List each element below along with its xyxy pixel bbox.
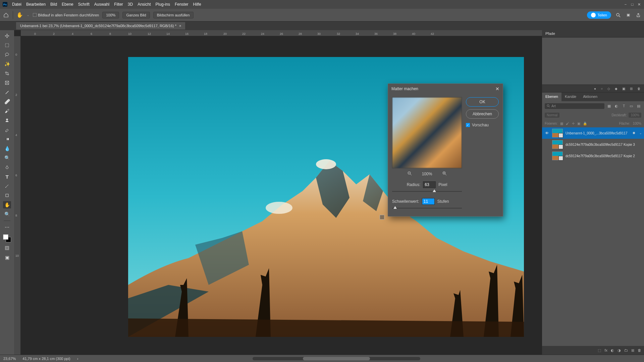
link-layers-icon[interactable]: ⬚ [598,348,601,353]
document-tab[interactable]: Unbenannt-1 bei 23,7% (Unbenannt-1_0000_… [16,22,185,29]
cancel-button[interactable]: Abbrechen [466,109,499,119]
new-path-icon[interactable]: ▣ [622,87,625,90]
group-icon[interactable]: 🗀 [624,348,628,352]
adjustment-icon[interactable]: ◑ [618,348,621,353]
path-tool[interactable] [3,182,11,190]
status-arrow-icon[interactable]: › [77,357,78,361]
zoom-100-button[interactable]: 100% [102,12,119,18]
lasso-tool[interactable] [3,51,11,58]
layer-name[interactable]: dc59124e7f79a08c3bca509fec5d9117 Kopie 2 [566,154,642,158]
new-layer-icon[interactable]: ⊞ [631,348,634,353]
lock-nested-icon[interactable]: ▣ [577,122,580,125]
frame-tool[interactable] [3,79,11,86]
path-mask-icon[interactable]: ◆ [615,87,618,90]
blend-mode-dropdown[interactable]: Normal [545,113,559,118]
ok-button[interactable]: OK [466,97,499,107]
type-tool[interactable]: T [3,173,11,180]
filter-adjust-icon[interactable]: ◐ [614,103,619,109]
menu-filter[interactable]: Filter [114,2,123,7]
tab-ebenen[interactable]: Ebenen [542,93,561,101]
menu-bild[interactable]: Bild [50,2,57,7]
fx-icon[interactable]: fx [604,348,607,352]
pen-tool[interactable] [3,164,11,171]
delete-layer-icon[interactable]: 🗑 [638,348,641,352]
color-swatch[interactable] [3,234,11,242]
blur-tool[interactable]: 💧 [3,145,11,152]
fill-screen-button[interactable]: Bildschirm ausfüllen [153,12,194,18]
marquee-tool[interactable] [3,42,11,49]
maximize-icon[interactable]: □ [630,2,635,7]
eyedropper-tool[interactable] [3,88,11,96]
layer-row[interactable]: 👁 Unbenannt-1_0000_...3bca509fec5d9117 ◉… [542,127,644,139]
zoom-in-icon[interactable] [442,171,447,177]
zoom-tool[interactable]: 🔍 [3,210,11,218]
workspace-icon[interactable]: ▣ [625,12,631,18]
tab-close-icon[interactable]: × [179,24,181,28]
filter-shape-icon[interactable]: ▭ [629,103,634,109]
search-icon[interactable] [615,12,621,18]
menu-plugins[interactable]: Plug-ins [156,2,170,7]
paths-panel-tab[interactable]: Pfade [542,30,644,38]
edit-toolbar-icon[interactable]: ⋯ [3,224,11,231]
menu-datei[interactable]: Datei [12,2,21,7]
menu-ansicht[interactable]: Ansicht [138,2,151,7]
tab-aktionen[interactable]: Aktionen [580,93,601,101]
filter-pixel-icon[interactable]: ▦ [606,103,612,109]
hand-tool[interactable]: ✋ [3,201,11,208]
filter-smart-icon[interactable]: ▤ [636,103,641,109]
brush-tool[interactable]: 🖌 [3,107,11,115]
mask-icon[interactable]: ◐ [611,348,614,353]
menu-hilfe[interactable]: Hilfe [193,2,201,7]
menu-3d[interactable]: 3D [128,2,133,7]
layer-row[interactable]: dc59124e7f79a08c3bca509fec5d9117 Kopie 2 [542,150,644,162]
menu-auswahl[interactable]: Auswahl [94,2,109,7]
radius-input[interactable] [423,181,436,188]
menu-bearbeiten[interactable]: Bearbeiten [26,2,46,7]
path-fill-icon[interactable]: ● [594,87,596,90]
horizontal-scrollbar[interactable] [253,357,420,360]
layer-thumbnail[interactable] [552,129,563,137]
home-icon[interactable] [3,12,9,18]
layer-name[interactable]: Unbenannt-1_0000_...3bca509fec5d9117 [566,131,630,135]
dialog-titlebar[interactable]: Matter machen ✕ [388,84,503,94]
minimize-icon[interactable]: − [623,2,628,7]
fill-input[interactable]: 100% [633,122,641,125]
radius-slider[interactable] [392,189,462,193]
filter-type-icon[interactable]: T [621,103,627,109]
zoom-out-icon[interactable] [407,171,412,177]
path-selection-icon[interactable]: ◇ [607,87,610,90]
lock-transparency-icon[interactable]: ▦ [560,122,563,125]
canvas-area[interactable]: 024681012141618202224262830323436384042 … [14,30,542,355]
layer-name[interactable]: dc59124e7f79a08c3bca509fec5d9117 Kopie 3 [566,143,642,146]
status-zoom[interactable]: 23,67% [3,357,16,361]
fg-color[interactable] [3,234,8,240]
scroll-all-windows-checkbox[interactable]: Bildlauf in allen Fenstern durchführen [33,13,99,17]
layer-thumbnail[interactable] [552,140,563,149]
dodge-tool[interactable]: 🔍 [3,154,11,162]
menu-schrift[interactable]: Schrift [78,2,90,7]
lock-all-icon[interactable]: 🔒 [583,122,587,125]
preview-checkbox[interactable]: ✓ Vorschau [466,123,499,127]
lock-position-icon[interactable]: ✛ [572,122,575,125]
healing-tool[interactable]: 🩹 [3,98,11,105]
opacity-input[interactable]: 100% [629,113,641,118]
delete-path-icon[interactable]: 🗑 [637,87,641,90]
magic-wand-tool[interactable]: ✨ [3,60,11,68]
add-path-icon[interactable]: ⊞ [630,87,633,90]
menu-ebene[interactable]: Ebene [62,2,73,7]
path-stroke-icon[interactable]: ○ [601,87,603,90]
crop-tool[interactable] [3,70,11,77]
layer-thumbnail[interactable] [552,152,563,160]
screenmode-icon[interactable]: ▣ [3,254,11,261]
eraser-tool[interactable] [3,126,11,133]
filter-preview[interactable] [392,97,462,168]
dialog-close-icon[interactable]: ✕ [495,86,499,92]
threshold-slider[interactable] [392,206,462,210]
layer-kind-filter[interactable]: Art [545,103,604,109]
smart-filter-icon[interactable]: ◉ [633,131,637,135]
threshold-input[interactable] [422,198,435,205]
fit-screen-button[interactable]: Ganzes Bild [122,12,150,18]
lock-pixels-icon[interactable]: 🖌 [566,122,569,125]
stamp-tool[interactable] [3,117,11,124]
export-icon[interactable] [635,12,641,18]
